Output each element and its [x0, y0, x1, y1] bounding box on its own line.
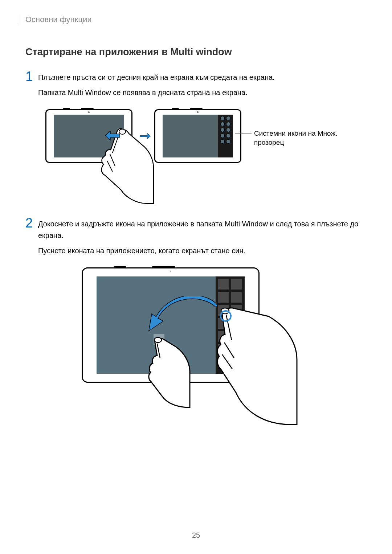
hand-drop-icon [140, 336, 191, 408]
hand-hold-icon [214, 305, 298, 425]
step-2-text-2: Пуснете иконата на приложението, когато … [38, 245, 367, 257]
step-2-text-1: Докоснете и задръжте икона на приложение… [38, 218, 367, 241]
header: Основни функции [20, 15, 367, 25]
step-1: 1 Плъзнете пръста си от десния край на е… [25, 71, 367, 102]
step-1-body: Плъзнете пръста си от десния край на екр… [38, 71, 367, 102]
drag-source-highlight-icon [220, 310, 232, 322]
multiwindow-panel-icon [218, 115, 233, 157]
illustration-2 [45, 267, 367, 427]
callout-text: Системни икони на Множ. прозорец [254, 129, 343, 147]
step-number-2: 2 [25, 217, 38, 260]
step-2-body: Докоснете и задръжте икона на приложение… [38, 218, 367, 260]
svg-point-2 [154, 337, 162, 342]
svg-point-0 [119, 129, 126, 134]
content-area: Стартиране на приложения в Multi window … [20, 46, 367, 427]
flow-arrow-icon [140, 133, 151, 139]
header-divider [20, 15, 20, 25]
step-number-1: 1 [25, 70, 38, 102]
swipe-arrow-icon [105, 131, 120, 140]
step-1-text-1: Плъзнете пръста си от десния край на екр… [38, 71, 367, 83]
step-1-text-2: Папката Multi Window се появява в дяснат… [38, 87, 367, 98]
breadcrumb: Основни функции [25, 15, 92, 24]
callout-line [235, 133, 252, 134]
page-number: 25 [192, 531, 200, 539]
section-title: Стартиране на приложения в Multi window [25, 46, 367, 58]
illustration-1: Системни икони на Множ. прозорец [45, 109, 367, 204]
step-2: 2 Докоснете и задръжте икона на приложен… [25, 218, 367, 260]
tablet-after-icon [154, 109, 241, 163]
